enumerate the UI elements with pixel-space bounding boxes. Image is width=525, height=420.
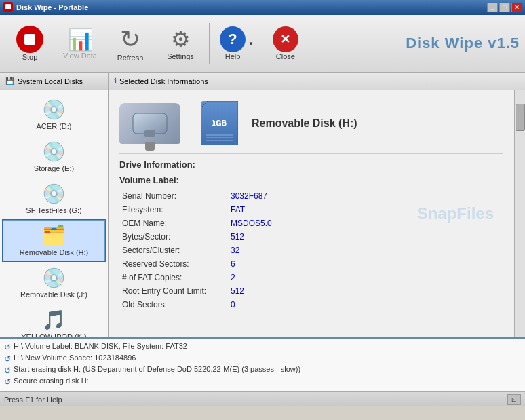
disk-icon-4: 💿 <box>42 267 66 289</box>
disk-label-4: Removable Disk (J:) <box>20 290 88 299</box>
disk-label-3: Removable Disk (H:) <box>20 248 88 256</box>
field-label-4: Sectors/Cluster: <box>119 244 228 257</box>
stop-icon <box>16 26 43 53</box>
info-row-5: Reserved Sectors: 6 <box>119 257 503 271</box>
scrollbar-thumb[interactable] <box>516 104 525 131</box>
log-text-2: Start erasing disk H: (US Department of … <box>14 365 300 373</box>
disk-label-0: ACER (D:) <box>37 122 72 130</box>
left-panel: 💾 System Local Disks 💿 ACER (D:) 💿 Stora… <box>0 73 109 337</box>
disk-icon-5: 🎵 <box>42 309 66 331</box>
status-bar-resize[interactable]: ⊡ <box>507 394 521 405</box>
svg-text:1GB: 1GB <box>212 119 227 127</box>
sd-card-image: 1GB <box>201 101 238 145</box>
divider-1 <box>119 153 503 154</box>
log-area: ↺H:\ Volume Label: BLANK DISK, File Syst… <box>0 337 525 392</box>
field-value-6: 2 <box>228 271 503 284</box>
svg-rect-3 <box>144 130 155 137</box>
usb-drive-image <box>119 103 180 144</box>
field-label-1: Filesystem: <box>119 203 228 216</box>
toolbar-separator <box>209 23 210 64</box>
maximize-button[interactable]: □ <box>499 3 510 12</box>
settings-button[interactable]: ⚙ Settings <box>156 18 205 69</box>
disk-label-2: SF TestFiles (G:) <box>26 206 81 214</box>
hdd-icon: 💾 <box>5 77 15 85</box>
help-dropdown-arrow: ▼ <box>248 41 254 47</box>
close-icon: ✕ <box>273 26 298 52</box>
left-panel-header: 💾 System Local Disks <box>0 73 108 90</box>
field-value-2: MSDOS5.0 <box>228 216 503 230</box>
status-bar: Press F1 for Help ⊡ <box>0 392 525 406</box>
title-bar-title: Disk Wipe - Portable <box>16 3 487 12</box>
info-row-4: Sectors/Cluster: 32 <box>119 244 503 257</box>
disk-item-0[interactable]: 💿 ACER (D:) <box>3 94 105 135</box>
title-bar-controls: _ □ ✕ <box>487 3 522 12</box>
disk-item-4[interactable]: 💿 Removable Disk (J:) <box>3 262 105 303</box>
stop-button[interactable]: Stop <box>5 18 54 69</box>
drive-info-table: Serial Number: 3032F687 Filesystem: FAT … <box>119 189 503 311</box>
field-label-0: Serial Number: <box>119 189 228 203</box>
drive-info-title: Drive Information: <box>119 159 503 170</box>
field-value-7: 512 <box>228 284 503 298</box>
field-label-5: Reserved Sectors: <box>119 257 228 271</box>
close-button[interactable]: ✕ Close <box>261 18 310 69</box>
log-item-0: ↺H:\ Volume Label: BLANK DISK, File Syst… <box>4 341 521 353</box>
minimize-button[interactable]: _ <box>487 3 498 12</box>
field-value-8: 0 <box>228 298 503 311</box>
help-button[interactable]: ? Help ▼ <box>214 18 260 69</box>
log-icon-3: ↺ <box>4 377 11 387</box>
right-panel-content: 1GB Removable Disk (H:) Drive Informatio… <box>109 90 514 337</box>
log-icon-2: ↺ <box>4 366 11 375</box>
settings-icon: ⚙ <box>171 26 191 52</box>
disk-name-label: Removable Disk (H:) <box>252 117 357 130</box>
toolbar: Stop 📊 View Data ↻ Refresh ⚙ Settings ? … <box>0 15 525 73</box>
field-value-5: 6 <box>228 257 503 271</box>
help-label: Help <box>225 52 241 60</box>
right-scrollbar[interactable] <box>514 90 525 337</box>
viewdata-label: View Data <box>63 52 97 60</box>
refresh-button[interactable]: ↻ Refresh <box>106 18 155 69</box>
log-icon-0: ↺ <box>4 343 11 352</box>
field-label-6: # of FAT Copies: <box>119 271 228 284</box>
left-panel-title: System Local Disks <box>18 77 83 85</box>
field-value-4: 32 <box>228 244 503 257</box>
right-panel: ℹ Selected Disk Informations <box>109 73 525 337</box>
close-label: Close <box>276 52 295 60</box>
view-data-button[interactable]: 📊 View Data <box>56 18 104 69</box>
disk-icon-0: 💿 <box>42 98 66 121</box>
disk-visual: 1GB Removable Disk (H:) <box>119 101 503 145</box>
log-text-0: H:\ Volume Label: BLANK DISK, File Syste… <box>14 342 187 350</box>
svg-marker-4 <box>201 101 238 145</box>
disk-label-1: Storage (E:) <box>34 164 74 172</box>
log-item-1: ↺H:\ New Volume Space: 1023184896 <box>4 353 521 364</box>
info-row-6: # of FAT Copies: 2 <box>119 271 503 284</box>
field-value-3: 512 <box>228 230 503 244</box>
right-panel-title: Selected Disk Informations <box>119 77 208 85</box>
refresh-label: Refresh <box>117 54 144 62</box>
disk-icon-1: 💿 <box>42 140 66 163</box>
disk-item-3[interactable]: 🗂️ Removable Disk (H:) <box>3 220 105 261</box>
disk-item-5[interactable]: 🎵 YELLOW IPOD (K:) <box>3 304 105 337</box>
app-name: Disk Wipe v1.5 <box>406 35 520 52</box>
refresh-icon: ↻ <box>120 25 140 54</box>
disk-label-5: YELLOW IPOD (K:) <box>21 332 87 337</box>
disk-list: 💿 ACER (D:) 💿 Storage (E:) 💿 SF TestFile… <box>0 90 108 337</box>
log-item-3: ↺Secure erasing disk H: <box>4 376 521 387</box>
disk-icon-2: 💿 <box>42 183 66 205</box>
field-label-7: Root Entry Count Limit: <box>119 284 228 298</box>
disk-icon-3: 🗂️ <box>42 225 66 247</box>
field-label-8: Old Sectors: <box>119 298 228 311</box>
close-window-button[interactable]: ✕ <box>511 3 522 12</box>
info-row-0: Serial Number: 3032F687 <box>119 189 503 203</box>
settings-label: Settings <box>167 52 194 60</box>
info-row-1: Filesystem: FAT <box>119 203 503 216</box>
field-label-3: Bytes/Sector: <box>119 230 228 244</box>
info-row-7: Root Entry Count Limit: 512 <box>119 284 503 298</box>
main-area: 💾 System Local Disks 💿 ACER (D:) 💿 Stora… <box>0 73 525 337</box>
field-value-1: FAT <box>228 203 503 216</box>
viewdata-icon: 📊 <box>68 28 93 52</box>
status-help-text: Press F1 for Help <box>4 396 62 404</box>
disk-item-1[interactable]: 💿 Storage (E:) <box>3 136 105 177</box>
right-panel-header: ℹ Selected Disk Informations <box>109 73 525 90</box>
info-row-3: Bytes/Sector: 512 <box>119 230 503 244</box>
disk-item-2[interactable]: 💿 SF TestFiles (G:) <box>3 178 105 219</box>
